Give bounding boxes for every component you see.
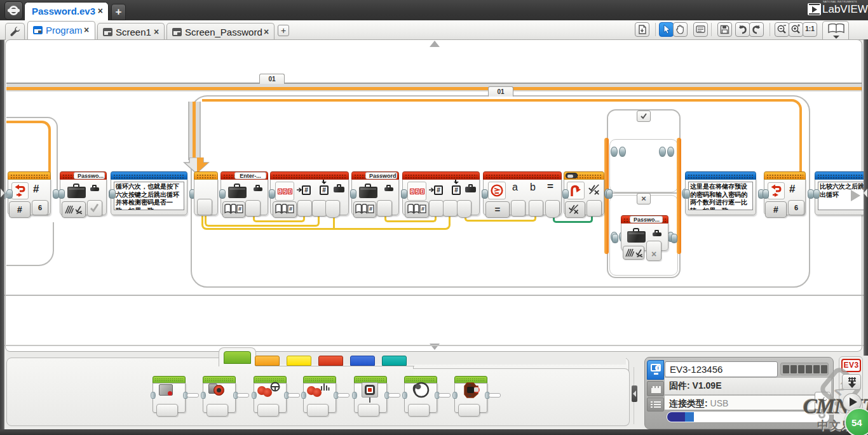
svg-text:#: # <box>289 206 292 212</box>
svg-text:#: # <box>421 206 424 212</box>
svg-text:#: # <box>238 206 241 212</box>
svg-text:#: # <box>369 206 372 212</box>
